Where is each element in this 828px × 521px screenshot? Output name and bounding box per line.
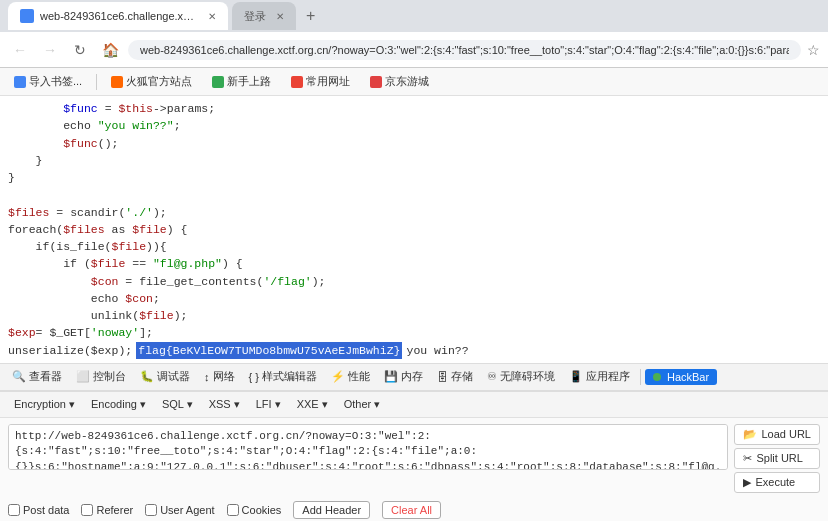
devtools-memory-btn[interactable]: 💾 内存 [378, 367, 429, 386]
split-url-label: Split URL [756, 452, 802, 464]
xxe-label: XXE ▾ [297, 398, 328, 411]
encoding-toolbar: Encryption ▾ Encoding ▾ SQL ▾ XSS ▾ LFI … [0, 392, 828, 418]
devtools-perf-btn[interactable]: ⚡ 性能 [325, 367, 376, 386]
devtools-accessibility-btn[interactable]: ♾ 无障碍环境 [481, 367, 561, 386]
bookmarks-bar: 导入书签... 火狐官方站点 新手上路 常用网址 京东游城 [0, 68, 828, 96]
forward-button[interactable]: → [38, 38, 62, 62]
code-line-5: } [8, 169, 820, 186]
devtools-debugger-btn[interactable]: 🐛 调试器 [134, 367, 196, 386]
tab-inactive[interactable]: 登录 ✕ [232, 2, 296, 30]
url-textarea[interactable] [8, 424, 728, 470]
tab-close-icon-2[interactable]: ✕ [276, 11, 284, 22]
dot-green-icon [653, 373, 661, 381]
inspector-label: 查看器 [29, 369, 62, 384]
bookmark-jd[interactable]: 京东游城 [364, 72, 435, 91]
address-bar: ← → ↻ 🏠 ☆ [0, 32, 828, 68]
bookmark-common[interactable]: 常用网址 [285, 72, 356, 91]
tab-inactive-title: 登录 [244, 9, 266, 24]
perf-label: 性能 [348, 369, 370, 384]
cookies-checkbox[interactable] [227, 504, 239, 516]
bookmark-star-icon[interactable]: ☆ [807, 42, 820, 58]
bookmark-import[interactable]: 导入书签... [8, 72, 88, 91]
options-row: Post data Referer User Agent Cookies Add… [0, 499, 828, 521]
sql-label: SQL ▾ [162, 398, 193, 411]
storage-label: 存储 [451, 369, 473, 384]
hackbar-area: Encryption ▾ Encoding ▾ SQL ▾ XSS ▾ LFI … [0, 391, 828, 521]
hackbar-button[interactable]: HackBar [645, 369, 717, 385]
other-label: Other ▾ [344, 398, 381, 411]
referer-checkbox-label[interactable]: Referer [81, 504, 133, 516]
encoding-btn[interactable]: Encoding ▾ [85, 396, 152, 413]
split-url-button[interactable]: ✂ Split URL [734, 448, 820, 469]
exp-var: $exp [8, 324, 36, 341]
bookmark-label-2: 火狐官方站点 [126, 74, 192, 89]
cookies-checkbox-label[interactable]: Cookies [227, 504, 282, 516]
bookmark-separator [96, 74, 97, 90]
tab-active[interactable]: web-8249361ce6.challenge.xctf... ✕ [8, 2, 228, 30]
post-data-checkbox-label[interactable]: Post data [8, 504, 69, 516]
load-icon: 📂 [743, 428, 757, 441]
unserialize-call: unserialize($exp); [8, 342, 132, 359]
encryption-btn[interactable]: Encryption ▾ [8, 396, 81, 413]
devtools-console-btn[interactable]: ⬜ 控制台 [70, 367, 132, 386]
xss-btn[interactable]: XSS ▾ [203, 396, 246, 413]
lfi-btn[interactable]: LFI ▾ [250, 396, 287, 413]
user-agent-checkbox[interactable] [145, 504, 157, 516]
tab-favicon-icon [20, 9, 34, 23]
home-button[interactable]: 🏠 [98, 38, 122, 62]
encryption-label: Encryption ▾ [14, 398, 75, 411]
page-content: $func = $this->params; echo "you win??";… [0, 96, 828, 521]
unserialize-line: unserialize($exp); flag{BeKVlEOW7TUMDo8b… [8, 342, 820, 359]
code-line-8: foreach($files as $file) { [8, 221, 820, 238]
code-line-6 [8, 186, 820, 203]
user-agent-label: User Agent [160, 504, 214, 516]
win-text: you win?? [406, 342, 468, 359]
add-header-button[interactable]: Add Header [293, 501, 370, 519]
bookmark-firefox[interactable]: 火狐官方站点 [105, 72, 198, 91]
back-button[interactable]: ← [8, 38, 32, 62]
console-label: 控制台 [93, 369, 126, 384]
encoding-label: Encoding ▾ [91, 398, 146, 411]
referer-checkbox[interactable] [81, 504, 93, 516]
code-line-11: $con = file_get_contents('/flag'); [8, 273, 820, 290]
lfi-label: LFI ▾ [256, 398, 281, 411]
new-tab-button[interactable]: + [300, 7, 321, 25]
sql-btn[interactable]: SQL ▾ [156, 396, 199, 413]
bookmark-label-3: 新手上路 [227, 74, 271, 89]
devtools-style-btn[interactable]: { } 样式编辑器 [243, 367, 323, 386]
bookmark-newuser[interactable]: 新手上路 [206, 72, 277, 91]
url-input-area: 📂 Load URL ✂ Split URL ▶ Execute [0, 418, 828, 499]
referer-label: Referer [96, 504, 133, 516]
memory-label: 内存 [401, 369, 423, 384]
other-btn[interactable]: Other ▾ [338, 396, 387, 413]
bookmark-icon-5 [370, 76, 382, 88]
tab-close-icon[interactable]: ✕ [208, 11, 216, 22]
console-icon: ⬜ [76, 370, 90, 383]
code-line-2: echo "you win??"; [8, 117, 820, 134]
devtools-inspector-btn[interactable]: 🔍 查看器 [6, 367, 68, 386]
bookmark-label-4: 常用网址 [306, 74, 350, 89]
clear-all-label: Clear All [391, 504, 432, 516]
network-label: 网络 [213, 369, 235, 384]
tab-active-title: web-8249361ce6.challenge.xctf... [40, 10, 198, 22]
post-data-checkbox[interactable] [8, 504, 20, 516]
bookmark-icon-3 [212, 76, 224, 88]
execute-button[interactable]: ▶ Execute [734, 472, 820, 493]
execute-label: Execute [755, 476, 795, 488]
reload-button[interactable]: ↻ [68, 38, 92, 62]
user-agent-checkbox-label[interactable]: User Agent [145, 504, 214, 516]
address-input[interactable] [128, 40, 801, 60]
load-url-button[interactable]: 📂 Load URL [734, 424, 820, 445]
devtools-app-btn[interactable]: 📱 应用程序 [563, 367, 636, 386]
bookmark-icon [14, 76, 26, 88]
accessibility-label: 无障碍环境 [500, 369, 555, 384]
app-label: 应用程序 [586, 369, 630, 384]
post-data-label: Post data [23, 504, 69, 516]
bookmark-label-5: 京东游城 [385, 74, 429, 89]
clear-all-button[interactable]: Clear All [382, 501, 441, 519]
devtools-network-btn[interactable]: ↕ 网络 [198, 367, 241, 386]
cookies-label: Cookies [242, 504, 282, 516]
xxe-btn[interactable]: XXE ▾ [291, 396, 334, 413]
devtools-storage-btn[interactable]: 🗄 存储 [431, 367, 479, 386]
code-line-1: $func = $this->params; [8, 100, 820, 117]
